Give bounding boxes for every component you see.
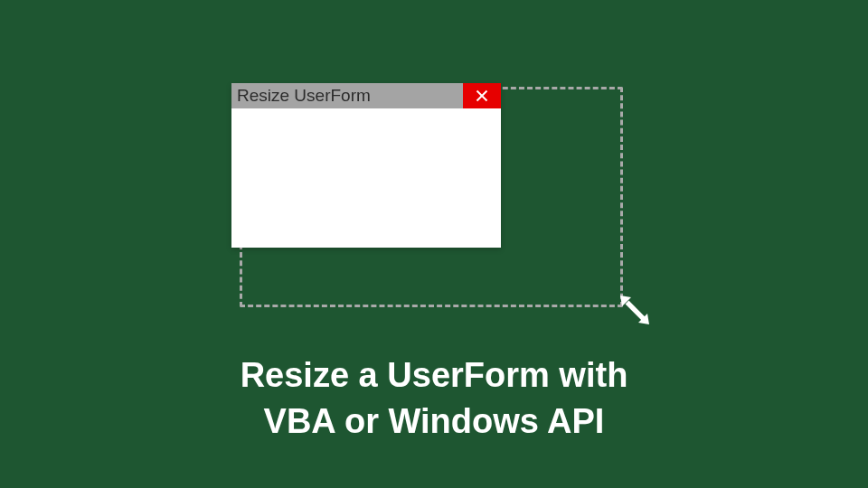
illustration-stage: Resize UserForm xyxy=(231,83,638,320)
caption-text: Resize a UserForm with VBA or Windows AP… xyxy=(0,352,868,446)
userform-titlebar[interactable]: Resize UserForm xyxy=(231,83,501,108)
svg-rect-4 xyxy=(626,301,647,323)
userform-body xyxy=(231,108,501,248)
userform-window: Resize UserForm xyxy=(231,83,501,248)
resize-cursor-icon xyxy=(618,294,651,326)
caption-line-2: VBA or Windows API xyxy=(0,399,868,445)
close-icon xyxy=(476,89,488,102)
userform-title: Resize UserForm xyxy=(231,83,376,108)
caption-line-1: Resize a UserForm with xyxy=(0,352,868,399)
close-button[interactable] xyxy=(463,83,501,108)
